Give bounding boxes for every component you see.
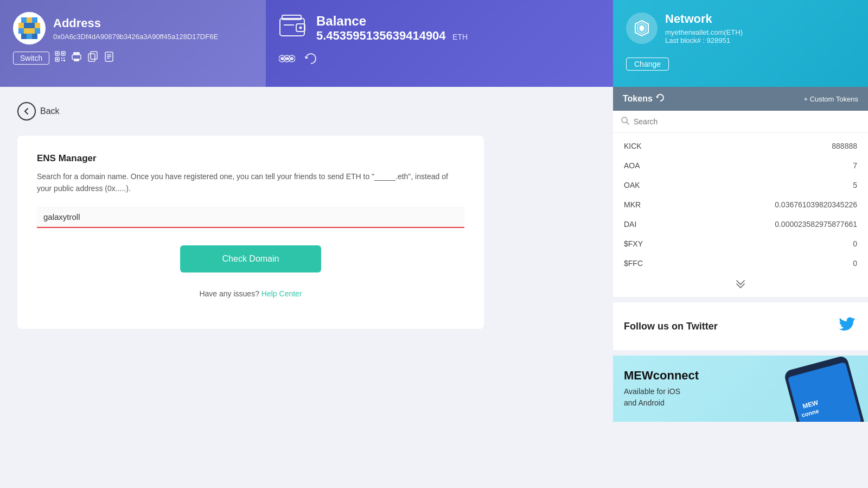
balance-currency: ETH — [452, 33, 468, 41]
svg-rect-17 — [62, 53, 64, 54]
copy-icon[interactable] — [87, 51, 98, 65]
address-value: 0x0A6c3Df4dA90879b3426a3A90ff45a128D17DF… — [53, 33, 218, 41]
token-name: AOA — [624, 161, 640, 170]
back-button[interactable]: Back — [17, 102, 60, 121]
token-amount: 5 — [853, 181, 857, 189]
svg-rect-10 — [35, 28, 40, 34]
expand-tokens-button[interactable] — [613, 273, 868, 294]
svg-rect-8 — [24, 28, 29, 34]
token-amount: 0.036761039820345226 — [775, 200, 857, 209]
svg-rect-6 — [35, 23, 40, 28]
svg-rect-28 — [91, 52, 97, 59]
svg-rect-21 — [63, 58, 65, 59]
balance-actions — [279, 52, 600, 68]
mewconnect-panel: MEWconnect Available for iOSand Android … — [613, 356, 868, 422]
print-icon[interactable] — [71, 51, 82, 65]
back-circle-icon — [17, 102, 36, 121]
twitter-bird-icon — [838, 314, 857, 338]
svg-rect-22 — [61, 60, 62, 61]
svg-rect-19 — [56, 59, 58, 60]
network-provider: myetherwallet.com(ETH) — [665, 28, 743, 36]
list-item: KICK 888888 — [613, 136, 868, 156]
balance-panel: Balance 5.453595135639414904 ETH — [266, 0, 613, 87]
avatar — [13, 12, 46, 45]
svg-rect-3 — [18, 23, 24, 28]
svg-rect-2 — [32, 17, 37, 23]
check-domain-button[interactable]: Check Domain — [180, 245, 321, 272]
list-item: DAI 0.000023582975877661 — [613, 214, 868, 234]
more-options-icon[interactable] — [279, 52, 295, 68]
ens-domain-input[interactable] — [37, 207, 464, 228]
balance-title: Balance — [316, 14, 468, 29]
address-panel: Address 0x0A6c3Df4dA90879b3426a3A90ff45a… — [0, 0, 266, 87]
token-name: $FXY — [624, 239, 643, 248]
token-name: OAK — [624, 181, 640, 189]
list-item: $FFC 0 — [613, 253, 868, 273]
mewconnect-phone-illustration: MEW conne — [765, 357, 868, 422]
svg-rect-1 — [27, 17, 32, 23]
main-content: Back ENS Manager Search for a domain nam… — [0, 87, 868, 422]
svg-rect-13 — [32, 34, 37, 39]
token-amount: 0.000023582975877661 — [775, 220, 857, 229]
twitter-label: Follow us on Twitter — [624, 321, 718, 332]
address-info: Address 0x0A6c3Df4dA90879b3426a3A90ff45a… — [53, 16, 218, 41]
svg-rect-12 — [27, 34, 32, 39]
network-actions: Change — [626, 51, 855, 71]
svg-rect-20 — [61, 58, 62, 59]
twitter-panel[interactable]: Follow us on Twitter — [613, 302, 868, 350]
custom-tokens-button[interactable]: + Custom Tokens — [803, 95, 858, 103]
svg-rect-26 — [74, 59, 79, 61]
token-name: DAI — [624, 220, 636, 229]
token-name: MKR — [624, 200, 641, 209]
tokens-search-input[interactable] — [634, 117, 860, 126]
network-info: Network myetherwallet.com(ETH) Last bloc… — [665, 12, 743, 45]
svg-point-37 — [299, 27, 302, 29]
token-amount: 888888 — [832, 142, 857, 150]
sidebar: Tokens + Custom Tokens — [613, 87, 868, 422]
svg-rect-9 — [29, 28, 35, 34]
issues-text: Have any issues? Help Center — [37, 288, 464, 300]
svg-rect-4 — [24, 23, 29, 28]
address-actions: Switch — [13, 51, 253, 65]
switch-button[interactable]: Switch — [13, 52, 49, 65]
header: Address 0x0A6c3Df4dA90879b3426a3A90ff45a… — [0, 0, 868, 87]
address-title: Address — [53, 16, 218, 30]
token-name: $FFC — [624, 259, 643, 268]
list-item: OAK 5 — [613, 175, 868, 195]
svg-rect-15 — [56, 53, 58, 54]
balance-row: 5.453595135639414904 ETH — [316, 29, 468, 43]
tokens-panel: Tokens + Custom Tokens — [613, 87, 868, 297]
ens-title: ENS Manager — [37, 153, 464, 164]
qr-icon[interactable] — [55, 51, 66, 65]
issues-label: Have any issues? — [199, 289, 261, 298]
svg-rect-7 — [18, 28, 24, 34]
tokens-label: Tokens — [623, 94, 653, 104]
network-panel: Network myetherwallet.com(ETH) Last bloc… — [613, 0, 868, 87]
ens-card: ENS Manager Search for a domain name. On… — [17, 136, 484, 329]
network-icon — [626, 12, 658, 44]
balance-value: 5.453595135639414904 — [316, 29, 446, 42]
svg-line-52 — [627, 122, 629, 124]
info-icon[interactable] — [104, 51, 114, 65]
network-block: Last block# : 928951 — [665, 36, 743, 45]
token-amount: 0 — [853, 239, 857, 248]
token-amount: 7 — [853, 161, 857, 170]
help-center-link[interactable]: Help Center — [261, 289, 302, 298]
token-list: KICK 888888 AOA 7 OAK 5 MKR 0.0367610398… — [613, 133, 868, 297]
svg-rect-29 — [88, 54, 95, 61]
balance-info: Balance 5.453595135639414904 ETH — [316, 14, 468, 43]
list-item: MKR 0.036761039820345226 — [613, 195, 868, 214]
refresh-icon[interactable] — [304, 52, 318, 68]
svg-rect-11 — [21, 34, 27, 39]
svg-rect-0 — [21, 17, 27, 23]
list-item: $FXY 0 — [613, 234, 868, 253]
ens-description: Search for a domain name. Once you have … — [37, 170, 464, 195]
refresh-tokens-icon[interactable] — [656, 93, 665, 104]
search-icon — [621, 116, 629, 127]
token-name: KICK — [624, 142, 642, 150]
wallet-icon — [279, 12, 309, 45]
content-area: Back ENS Manager Search for a domain nam… — [0, 87, 613, 422]
change-network-button[interactable]: Change — [626, 58, 669, 71]
token-amount: 0 — [853, 259, 857, 268]
tokens-title: Tokens — [623, 93, 665, 104]
